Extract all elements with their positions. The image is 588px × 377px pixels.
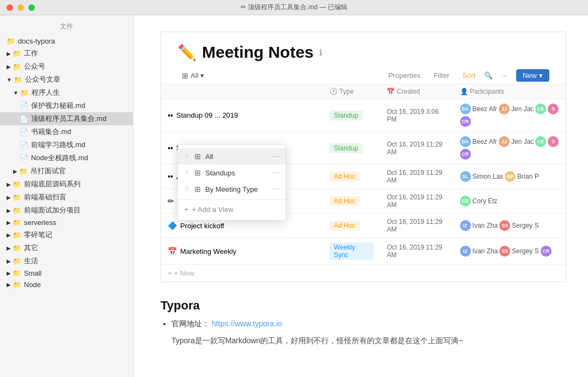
sidebar-item-label: 前端学习路线.md [31,140,85,150]
avatar: IZ [460,220,471,231]
arrow-icon: ▶ [7,208,11,214]
table-row[interactable]: •• Standup 09 ... 2019 StandupOct 16, 20… [161,99,566,132]
drag-handle-icon: ⠿ [185,186,189,193]
sidebar-item-programmer-life[interactable]: ▼ 📁 程序人生 [0,86,133,99]
calendar-icon: 📅 [387,88,395,95]
avatar: CR [460,149,471,160]
sidebar-item-top-tools[interactable]: 📄 顶级程序员工具集合.md [0,112,133,125]
plus-icon: + [185,205,189,214]
add-view-button[interactable]: + + Add a View [178,202,286,217]
sidebar-item-other[interactable]: ▶ 📁 其它 [0,241,133,254]
view-dropdown: ⠿ ⊞ All ··· ⠿ ⊞ Standups ··· ⠿ ⊞ By [177,144,286,221]
sidebar-item-label: 吊打面试官 [30,166,66,176]
more-icon[interactable]: ··· [272,168,279,178]
sidebar-item-learning-path[interactable]: 📄 前端学习路线.md [0,138,133,151]
sidebar-item-label: Node [24,281,41,289]
view-all-button[interactable]: ⊞ All ▾ [177,70,209,82]
sidebar-item-frontend-base[interactable]: ▶ 📁 前端底层源码系列 [0,178,133,191]
file-icon: 📄 [20,141,28,149]
more-button[interactable]: ··· [497,70,512,81]
sidebar-item-small[interactable]: ▶ 📁 Small [0,267,133,279]
table-row[interactable]: 📅 Marketing Weekly Weekly SyncOct 16, 20… [161,238,566,265]
person-icon: 👤 [460,88,468,95]
type-tag: Ad Hoc [329,172,359,181]
participant-name: Jen Jac [511,138,534,145]
sidebar-header: 文件 [0,20,133,35]
more-icon[interactable]: ··· [272,151,279,161]
sidebar-item-life[interactable]: ▶ 📁 生活 [0,254,133,267]
folder-icon: 📁 [13,63,21,71]
avatar: BP [505,171,516,182]
sidebar-item-node[interactable]: ▶ 📁 Node [0,279,133,290]
drag-handle-icon: ⠿ [185,153,189,160]
participant-name: Jen Jac [511,105,534,113]
sidebar-item-label: 零碎笔记 [24,230,52,240]
folder-icon: 📁 [13,193,21,202]
dropdown-item-label: Standups [205,169,235,177]
file-icon: 📄 [20,128,28,136]
chevron-down-icon: ▾ [539,71,543,80]
cell-created: Oct 16, 2019 11:29 AM [380,189,453,214]
sidebar-item-label: serverless [24,218,56,227]
sidebar-item-docs-typora[interactable]: 📁 docs-typora [0,35,133,47]
filter-button[interactable]: Filter [429,70,454,81]
sidebar-item-notes[interactable]: ▶ 📁 零碎笔记 [0,228,133,241]
cell-participants: IZIvan ZhaSSSergey S [454,214,566,238]
type-col-label: Type [339,88,353,95]
sidebar-item-gzh[interactable]: ▶ 📁 公众号 [0,60,133,73]
properties-button[interactable]: Properties [384,70,425,81]
arrow-icon: ▶ [7,232,11,238]
add-row-label: + New [174,269,194,277]
grid-icon: ⊞ [182,71,188,80]
more-icon[interactable]: ··· [272,184,279,194]
sidebar-item-node-path[interactable]: 📄 Node全栈路线.md [0,151,133,165]
avatar: JJ [499,104,510,114]
new-button[interactable]: New ▾ [516,69,549,82]
sidebar-item-work[interactable]: ▶ 📁 工作 [0,47,133,60]
dropdown-item-by-meeting-type[interactable]: ⠿ ⊞ By Meeting Type ··· [178,181,286,197]
sort-button[interactable]: Sort [458,70,480,81]
type-tag: Ad Hoc [329,196,359,206]
row-emoji: ✏ [168,197,174,205]
type-tag: Ad Hoc [329,221,359,230]
cell-participants: BABeez AfrJJJen JacCESCR [454,99,566,132]
sidebar-item-gzh-articles[interactable]: ▼ 📁 公众号文章 [0,73,133,86]
arrow-icon: ▶ [7,282,11,288]
close-button[interactable] [7,4,13,11]
sidebar-item-dianmen[interactable]: ▶ 📁 吊打面试官 [0,165,133,178]
grid-icon: ⊞ [194,168,201,177]
notion-block-header: ✏️ Meeting Notes ℹ [161,32,566,67]
maximize-button[interactable] [28,4,35,11]
search-icon[interactable]: 🔍 [484,71,493,80]
typora-link[interactable]: https://www.typora.io [212,319,282,328]
dropdown-item-all[interactable]: ⠿ ⊞ All ··· [178,148,286,165]
grid-icon: ⊞ [194,185,201,193]
sidebar-item-label: 书籍集合.md [31,127,71,137]
col-participants: 👤 Participants [454,84,566,99]
add-row-button[interactable]: + + New [161,265,566,282]
cell-type: Ad Hoc [323,165,380,189]
row-emoji: •• [168,144,173,153]
dropdown-item-standups[interactable]: ⠿ ⊞ Standups ··· [178,165,286,181]
body-list: 官网地址： https://www.typora.io [161,319,566,329]
sidebar-item-frontend-basic[interactable]: ▶ 📁 前端基础扫盲 [0,191,133,204]
drag-handle-icon: ⠿ [185,169,189,177]
arrow-icon: ▼ [7,77,12,83]
arrow-icon: ▶ [7,258,11,264]
body-paragraph: Typora是一款写Markdown的工具，好用到不行，怪怪所有的文章都是在这个… [171,335,566,348]
view-label: All [191,71,198,80]
cell-created: Oct 16, 2019 11:29 AM [380,132,453,165]
sidebar-item-frontend-interview[interactable]: ▶ 📁 前端面试加分项目 [0,204,133,217]
sidebar-item-label: 其它 [24,243,38,253]
info-icon[interactable]: ℹ [319,47,322,58]
minimize-button[interactable] [17,4,24,11]
arrow-icon: ▶ [7,245,11,251]
sidebar-item-books[interactable]: 📄 书籍集合.md [0,125,133,138]
col-created: 📅 Created [380,84,453,99]
cell-type: Standup [323,99,380,132]
sidebar-item-eye-protection[interactable]: 📄 保护视力秘籍.md [0,99,133,112]
sidebar-item-serverless[interactable]: ▶ 📁 serverless [0,217,133,228]
avatar: SS [499,220,510,231]
avatar: IZ [460,246,471,257]
body-content: Typora 官网地址： https://www.typora.io Typor… [161,299,566,348]
